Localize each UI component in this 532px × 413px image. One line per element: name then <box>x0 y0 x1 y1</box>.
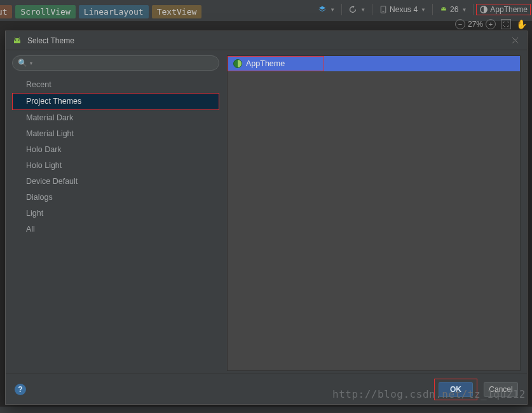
breadcrumb-chip[interactable]: out <box>0 5 12 18</box>
pan-icon[interactable]: ✋ <box>516 19 527 29</box>
svg-line-7 <box>15 38 16 39</box>
theme-dropdown[interactable]: AppTheme <box>476 4 531 15</box>
svg-line-8 <box>19 38 20 39</box>
category-item[interactable]: Project Themes <box>12 93 219 110</box>
category-item[interactable]: Dialogs <box>12 190 219 206</box>
theme-label: AppTheme <box>490 5 528 14</box>
breadcrumb-chip[interactable]: TextView <box>152 5 202 18</box>
theme-list-item[interactable]: AppTheme <box>228 56 324 71</box>
android-icon <box>12 36 22 46</box>
search-field-wrap[interactable]: 🔍 ▾ <box>12 55 219 71</box>
orientation-dropdown[interactable]: ▼ <box>344 4 369 15</box>
theme-icon <box>479 5 488 14</box>
theme-swatch-icon <box>233 59 242 68</box>
svg-point-5 <box>15 39 17 41</box>
android-icon <box>439 5 448 14</box>
zoom-in-button[interactable]: + <box>486 19 496 29</box>
category-item[interactable]: Light <box>12 206 219 221</box>
ok-button[interactable]: OK <box>439 382 473 397</box>
dialog-title: Select Theme <box>27 36 74 45</box>
caret-icon: ▼ <box>421 7 426 13</box>
category-item[interactable]: Material Dark <box>12 110 219 126</box>
zoom-out-button[interactable]: − <box>455 19 465 29</box>
search-icon: 🔍 <box>18 59 27 67</box>
ok-button-highlight: OK <box>434 379 477 400</box>
api-label: 26 <box>450 5 458 14</box>
select-theme-dialog: Select Theme 🔍 ▾ RecentProject ThemesMat… <box>5 31 528 405</box>
layers-icon <box>318 5 327 14</box>
cancel-button[interactable]: Cancel <box>484 382 518 397</box>
category-list: RecentProject ThemesMaterial DarkMateria… <box>12 74 219 371</box>
caret-icon: ▼ <box>330 7 335 13</box>
svg-point-6 <box>18 39 20 41</box>
category-item[interactable]: Holo Dark <box>12 142 219 158</box>
help-button[interactable]: ? <box>15 384 26 395</box>
theme-list-panel: AppTheme <box>227 55 521 371</box>
api-dropdown[interactable]: 26 ▼ <box>435 4 470 15</box>
search-input[interactable] <box>32 59 214 67</box>
dialog-titlebar: Select Theme <box>6 31 527 50</box>
category-item[interactable]: Material Light <box>12 126 219 142</box>
dialog-footer: ? OK Cancel <box>6 374 527 404</box>
canvas-controls: − 27% + ⛶ ✋ <box>455 19 527 29</box>
caret-icon: ▼ <box>360 7 365 13</box>
caret-icon: ▼ <box>461 7 467 13</box>
device-dropdown[interactable]: Nexus 4 ▼ <box>375 4 430 15</box>
close-button[interactable] <box>509 35 521 46</box>
breadcrumb-chip[interactable]: ScrollView <box>15 5 75 18</box>
device-label: Nexus 4 <box>390 5 418 14</box>
category-item[interactable]: Holo Light <box>12 158 219 174</box>
svg-point-3 <box>444 8 445 9</box>
breadcrumb-chip[interactable]: LinearLayout <box>79 5 149 18</box>
theme-name-label: AppTheme <box>246 59 285 68</box>
category-item[interactable]: All <box>12 221 219 237</box>
left-panel: 🔍 ▾ RecentProject ThemesMaterial DarkMat… <box>12 55 219 371</box>
svg-rect-1 <box>383 11 385 12</box>
zoom-level: 27% <box>468 20 483 29</box>
category-item[interactable]: Device Default <box>12 174 219 190</box>
design-toolbar: ▼ ▼ Nexus 4 ▼ 26 ▼ AppTheme <box>314 1 531 18</box>
category-item[interactable]: Recent <box>12 77 219 93</box>
phone-icon <box>379 5 388 14</box>
layers-dropdown[interactable]: ▼ <box>314 4 339 15</box>
svg-point-2 <box>442 8 443 9</box>
rotate-icon <box>348 5 357 14</box>
fit-screen-icon[interactable]: ⛶ <box>501 19 511 29</box>
editor-footer-bg <box>0 407 532 413</box>
